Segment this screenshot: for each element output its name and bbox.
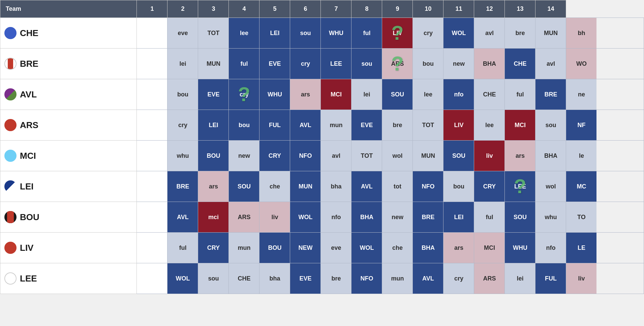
table-row: BOUAVLmciARSlivWOLnfoBHAnewBRELEIfulSOUw… [0, 202, 644, 233]
fixture-opponent: wol [392, 152, 402, 159]
badge-MCI [4, 150, 17, 162]
fixture-opponent: bre [515, 30, 525, 37]
fixture-opponent: tot [394, 183, 401, 190]
fixture-cell: cry? [229, 79, 259, 110]
fixture-text [137, 263, 167, 294]
team-header: Team [0, 0, 137, 18]
fixture-opponent: bh [578, 30, 585, 37]
fixture-cell [137, 49, 167, 79]
fixture-opponent: WOL [360, 244, 374, 251]
fixture-text: WHU [321, 18, 351, 48]
fixture-text: cry [413, 18, 443, 48]
fixture-cell: TOT [351, 141, 382, 171]
fixture-opponent: ful [486, 214, 493, 221]
fixture-text: lei [351, 79, 382, 110]
fixture-cell: ful [474, 202, 505, 233]
fixture-text: WHU [505, 233, 535, 263]
fixture-text: cry [443, 263, 474, 294]
fixture-opponent: EVE [269, 60, 281, 67]
fixture-opponent: AVL [361, 183, 373, 190]
fixture-cell: LEE? [505, 171, 535, 202]
fixture-opponent: bha [269, 275, 280, 282]
fixture-opponent: LEI [209, 122, 218, 129]
fixture-text: EVE [198, 79, 228, 110]
fixture-text: MC [566, 171, 596, 202]
fixture-text: BOU [198, 141, 228, 171]
fixture-opponent: avl [332, 152, 340, 159]
fixture-cell: bha [321, 171, 351, 202]
fixture-text: BHA [474, 49, 504, 79]
fixture-opponent: MUN [299, 183, 312, 190]
fixture-cell: avl [474, 18, 505, 49]
fixture-cell: CRY [198, 233, 229, 263]
fixture-text: EVE [351, 110, 382, 140]
fixture-opponent: eve [178, 30, 188, 37]
fixture-text: BRE [535, 79, 566, 110]
fixture-cell: whu [535, 202, 566, 233]
fixture-cell: LIV [443, 110, 474, 141]
col-header-13: 13 [505, 0, 535, 18]
fixture-text: ars [290, 79, 320, 110]
fixture-cell: lei [505, 263, 535, 294]
fixture-text: MCI [505, 110, 535, 140]
fixture-cell: le [566, 141, 644, 171]
fixture-cell: BHA [474, 49, 505, 79]
col-header-8: 8 [351, 0, 382, 18]
team-cell-LIV: LIV [0, 233, 137, 263]
fixture-opponent: WOL [452, 30, 466, 37]
fixture-cell: BHA [351, 202, 382, 233]
fixture-cell: CRY [259, 141, 290, 171]
fixture-cell: bre [505, 18, 535, 49]
fixture-text: AVL [290, 110, 320, 140]
fixture-opponent: WHU [513, 244, 527, 251]
fixture-text: bre [505, 18, 535, 48]
fixture-opponent: ful [363, 30, 370, 37]
fixture-text: EVE [259, 49, 290, 79]
fixture-cell: new [382, 202, 413, 233]
fixture-text: NF [566, 110, 596, 140]
fixture-cell: tot [382, 171, 413, 202]
fixture-text: cry? [229, 79, 259, 110]
fixture-opponent: WOL [176, 275, 190, 282]
fixture-text: liv [566, 263, 596, 294]
fixture-text: sou [351, 49, 382, 79]
fixture-cell: lei [351, 79, 382, 110]
fixture-opponent: NFO [360, 275, 373, 282]
fixture-cell: mci [198, 202, 229, 233]
fixture-text: CHE [474, 79, 504, 110]
fixture-text: ful [351, 18, 382, 48]
fixture-text: ars [443, 233, 474, 263]
fixture-text: bre [382, 110, 412, 140]
fixture-opponent: lee [485, 122, 494, 129]
fixture-cell: SOU [443, 141, 474, 171]
badge-LIV [4, 242, 17, 254]
fixture-text: bou [413, 49, 443, 79]
fixture-cell: sou [198, 263, 229, 294]
fixture-cell: liv [566, 263, 644, 294]
fixture-text [137, 18, 167, 48]
fixture-cell: ful [505, 79, 535, 110]
fixture-text: LEE? [505, 171, 535, 202]
fixture-text: nfo [443, 79, 474, 110]
fixture-opponent: CRY [269, 152, 281, 159]
fixture-text: NFO [290, 141, 320, 171]
fixture-cell: WOL [167, 263, 198, 294]
fixture-text: bou [167, 79, 198, 110]
fixture-cell: bou [413, 49, 443, 79]
fixture-opponent: avl [547, 60, 555, 67]
fixture-cell: TOT [413, 110, 443, 141]
fixture-opponent: mci [208, 214, 219, 221]
fixture-cell [137, 233, 167, 263]
fixture-cell: bre [321, 263, 351, 294]
fixture-opponent: mun [391, 275, 404, 282]
fixture-text: nfo [321, 202, 351, 232]
fixture-opponent: MC [577, 183, 586, 190]
fixture-text [137, 202, 167, 232]
fixture-cell: eve [321, 233, 351, 263]
fixture-text: NEW [290, 233, 320, 263]
fixture-opponent: ars [454, 244, 463, 251]
fixture-opponent: LIV [454, 122, 463, 129]
fixture-opponent: ars [516, 152, 525, 159]
fixture-cell: NF [566, 110, 644, 141]
fixture-opponent: bha [331, 183, 341, 190]
